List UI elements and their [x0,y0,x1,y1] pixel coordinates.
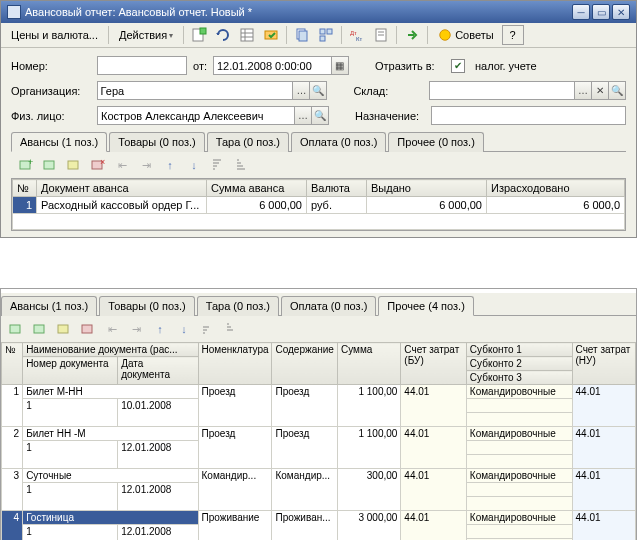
cell-acc-nu[interactable]: 44.01 [572,469,635,511]
col-n[interactable]: № [13,180,37,197]
cell-sub1[interactable]: Командировочные [466,511,572,525]
purpose-input[interactable] [431,106,626,125]
cell-sum[interactable]: 3 000,00 [337,511,400,541]
cell-acc-nu[interactable]: 44.01 [572,385,635,427]
edit-row-icon[interactable] [63,155,85,175]
cell-spent[interactable]: 6 000,0 [487,197,625,214]
cell-nomen[interactable]: Командир... [198,469,272,511]
cell-acc-nu[interactable]: 44.01 [572,427,635,469]
cell-docnum[interactable]: 1 [23,483,118,511]
tab-tare[interactable]: Тара (0 поз.) [197,296,279,316]
cell-n[interactable]: 4 [2,511,23,541]
move-last-icon[interactable]: ⇥ [125,319,147,339]
cell-sum[interactable]: 1 100,00 [337,427,400,469]
tab-tare[interactable]: Тара (0 поз.) [207,132,289,152]
cell-name[interactable]: Билет НН -М [23,427,198,441]
maximize-button[interactable]: ▭ [592,4,610,20]
calendar-icon[interactable]: ▦ [331,57,348,74]
col-doc[interactable]: Документ аванса [37,180,207,197]
cell-acc-bu[interactable]: 44.01 [401,469,467,511]
add-icon[interactable] [188,25,210,45]
cell-content[interactable]: Проезд [272,385,338,427]
tab-other[interactable]: Прочее (4 поз.) [378,296,473,316]
warehouse-combo[interactable]: … ✕ 🔍 [429,81,626,100]
cell-nomen[interactable]: Проезд [198,385,272,427]
cell-docdate[interactable]: 10.01.2008 [118,399,198,427]
spreadsheet-icon[interactable] [236,25,258,45]
refresh-icon[interactable] [212,25,234,45]
col-docnum[interactable]: Номер документа [23,357,118,385]
copy-icon[interactable] [291,25,313,45]
copy-row-icon[interactable] [39,155,61,175]
table-row[interactable]: 4ГостиницаПроживаниеПроживан...3 000,004… [2,511,636,525]
number-input[interactable] [97,56,187,75]
cell-sub2[interactable] [466,483,572,497]
move-first-icon[interactable]: ⇤ [111,155,133,175]
cell-name[interactable]: Билет М-НН [23,385,198,399]
cell-sum[interactable]: 300,00 [337,469,400,511]
currency-menu[interactable]: Цены и валюта... [5,27,104,43]
cell-nomen[interactable]: Проживание [198,511,272,541]
col-sum[interactable]: Сумма [337,343,400,385]
cell-name[interactable]: Гостиница [23,511,198,525]
cell-currency[interactable]: руб. [307,197,367,214]
dots-icon[interactable]: … [574,82,591,99]
report-icon[interactable] [370,25,392,45]
cell-docnum[interactable]: 1 [23,399,118,427]
cell-n[interactable]: 2 [2,427,23,469]
org-combo[interactable]: … 🔍 [97,81,328,100]
move-down-icon[interactable]: ↓ [183,155,205,175]
add-row-icon[interactable] [5,319,27,339]
structure-icon[interactable] [315,25,337,45]
tab-advances[interactable]: Авансы (1 поз.) [1,296,97,316]
close-button[interactable]: ✕ [612,4,630,20]
cell-sub1[interactable]: Командировочные [466,385,572,399]
search-icon[interactable]: 🔍 [309,82,326,99]
move-up-icon[interactable]: ↑ [159,155,181,175]
table-row[interactable]: 1 Расходный кассовый ордер Г... 6 000,00… [13,197,625,214]
clear-icon[interactable]: ✕ [591,82,608,99]
col-sub1[interactable]: Субконто 1 [466,343,572,357]
cell-acc-bu[interactable]: 44.01 [401,511,467,541]
cell-docdate[interactable]: 12.01.2008 [118,525,198,541]
cell-sub3[interactable] [466,455,572,469]
cell-docdate[interactable]: 12.01.2008 [118,441,198,469]
cell-sum[interactable]: 1 100,00 [337,385,400,427]
person-combo[interactable]: … 🔍 [97,106,329,125]
debit-credit-icon[interactable]: ДтКт [346,25,368,45]
col-n[interactable]: № [2,343,23,385]
col-docdate[interactable]: Дата документа [118,357,198,385]
cell-issued[interactable]: 6 000,00 [367,197,487,214]
search-icon[interactable]: 🔍 [311,107,328,124]
copy-row-icon[interactable] [29,319,51,339]
cell-content[interactable]: Проезд [272,427,338,469]
tab-other[interactable]: Прочее (0 поз.) [388,132,483,152]
delete-row-icon[interactable]: × [87,155,109,175]
cell-sub2[interactable] [466,399,572,413]
cell-n[interactable]: 1 [2,385,23,427]
col-docname[interactable]: Наименование документа (рас... [23,343,198,357]
row-marker[interactable]: 1 [13,197,37,214]
cell-docnum[interactable]: 1 [23,441,118,469]
col-nomen[interactable]: Номенклатура [198,343,272,385]
table-row[interactable]: 1Билет М-ННПроездПроезд1 100,0044.01Кома… [2,385,636,399]
edit-row-icon[interactable] [53,319,75,339]
col-currency[interactable]: Валюта [307,180,367,197]
advice-button[interactable]: Советы [432,26,499,44]
col-content[interactable]: Содержание [272,343,338,385]
sort-desc-icon[interactable] [221,319,243,339]
table-row[interactable]: 2Билет НН -МПроездПроезд1 100,0044.01Ком… [2,427,636,441]
cell-docdate[interactable]: 12.01.2008 [118,483,198,511]
move-first-icon[interactable]: ⇤ [101,319,123,339]
tax-checkbox[interactable]: ✔ [451,59,465,73]
cell-sub2[interactable] [466,525,572,539]
tab-advances[interactable]: Авансы (1 поз.) [11,132,107,152]
cell-n[interactable]: 3 [2,469,23,511]
table-row[interactable]: 3СуточныеКомандир...Командир...300,0044.… [2,469,636,483]
move-up-icon[interactable]: ↑ [149,319,171,339]
col-acc-nu[interactable]: Счет затрат (НУ) [572,343,635,385]
help-icon[interactable]: ? [502,25,524,45]
cell-acc-bu[interactable]: 44.01 [401,427,467,469]
cell-name[interactable]: Суточные [23,469,198,483]
move-down-icon[interactable]: ↓ [173,319,195,339]
